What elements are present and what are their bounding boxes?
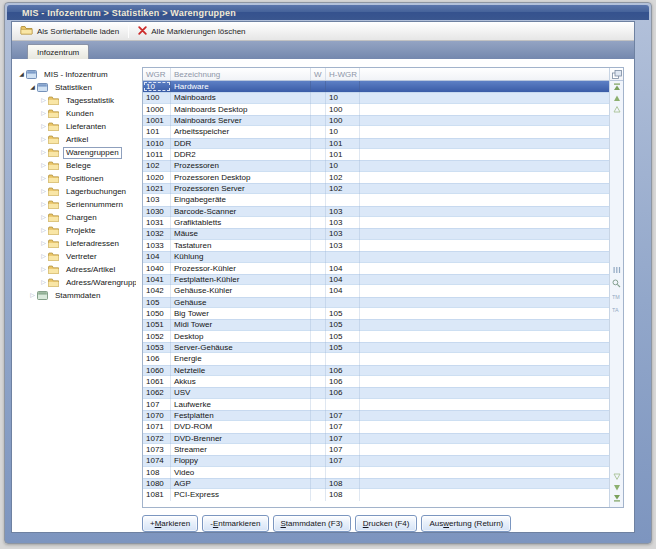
cell-w[interactable] (311, 274, 326, 285)
tree-item-tagesstatistik[interactable]: ▷Tagesstatistik (16, 94, 136, 107)
cell-hwgr[interactable]: 104 (326, 274, 360, 285)
cell-wgr[interactable]: 1070 (143, 410, 171, 421)
tree-item-label[interactable]: Positionen (63, 173, 106, 185)
table-row[interactable]: 1042Gehäuse-Kühler104 (143, 285, 609, 296)
cell-wgr[interactable]: 1030 (143, 206, 171, 217)
cell-hwgr[interactable]: 105 (326, 308, 360, 319)
scroll-down-fast-icon[interactable] (612, 483, 621, 491)
cell-hwgr[interactable]: 106 (326, 387, 360, 398)
cell-hwgr[interactable]: 102 (326, 183, 360, 194)
cell-bezeichnung[interactable]: Hardware (171, 81, 311, 92)
cell-wgr[interactable]: 1050 (143, 308, 171, 319)
cell-w[interactable] (311, 263, 326, 274)
scroll-bottom-icon[interactable] (612, 494, 621, 502)
table-row[interactable]: 104Kühlung (143, 251, 609, 262)
table-row[interactable]: 1020Prozessoren Desktop102 (143, 172, 609, 183)
tree-item-chargen[interactable]: ▷Chargen (16, 211, 136, 224)
cell-w[interactable] (311, 433, 326, 444)
cell-wgr[interactable]: 1020 (143, 172, 171, 183)
cell-w[interactable] (311, 297, 326, 308)
mark-rows-icon[interactable]: TM (612, 292, 621, 300)
cell-wgr[interactable]: 1021 (143, 183, 171, 194)
cell-bezeichnung[interactable]: Grafiktabletts (171, 217, 311, 228)
cell-hwgr[interactable]: 104 (326, 285, 360, 296)
cell-bezeichnung[interactable]: Netzteile (171, 365, 311, 376)
tree-item-adress-warengruppen[interactable]: ▷Adress/Warengruppen (16, 276, 136, 289)
table-row[interactable]: 1080AGP108 (143, 478, 609, 489)
table-row[interactable]: 1081PCI-Express108 (143, 489, 609, 500)
cell-bezeichnung[interactable]: Desktop (171, 331, 311, 342)
mark-button[interactable]: + Markieren (142, 515, 198, 532)
cell-w[interactable] (311, 410, 326, 421)
cell-hwgr[interactable]: 10 (326, 160, 360, 171)
tree-item-adress-artikel[interactable]: ▷Adress/Artikel (16, 263, 136, 276)
cell-wgr[interactable]: 103 (143, 194, 171, 205)
tree-item-label[interactable]: Belege (63, 160, 94, 172)
cell-bezeichnung[interactable]: Festplatten-Kühler (171, 274, 311, 285)
cell-bezeichnung[interactable]: Prozessoren Server (171, 183, 311, 194)
tree-item-warengruppen[interactable]: ▷Warengruppen (16, 146, 136, 159)
table-row[interactable]: 1000Mainboards Desktop100 (143, 104, 609, 115)
table-row[interactable]: 105Gehäuse (143, 297, 609, 308)
table-row[interactable]: 1021Prozessoren Server102 (143, 183, 609, 194)
cell-wgr[interactable]: 1010 (143, 138, 171, 149)
cell-bezeichnung[interactable]: Arbeitsspeicher (171, 126, 311, 137)
cell-wgr[interactable]: 1081 (143, 489, 171, 500)
cell-hwgr[interactable]: 102 (326, 172, 360, 183)
cell-hwgr[interactable]: 103 (326, 217, 360, 228)
load-sort-table-button[interactable]: Als Sortiertabelle laden (15, 23, 124, 39)
cell-bezeichnung[interactable]: Tastaturen (171, 240, 311, 251)
tree-item-statistiken[interactable]: ◢Statistiken (16, 81, 136, 94)
table-row[interactable]: 1051Midi Tower105 (143, 319, 609, 330)
tree-item-label[interactable]: Seriennummern (63, 199, 126, 211)
cell-wgr[interactable]: 100 (143, 92, 171, 103)
cell-bezeichnung[interactable]: Floppy (171, 455, 311, 466)
expand-icon[interactable]: ▷ (39, 174, 48, 183)
cell-hwgr[interactable] (326, 353, 360, 364)
cell-hwgr[interactable]: 101 (326, 149, 360, 160)
cell-bezeichnung[interactable]: Gehäuse-Kühler (171, 285, 311, 296)
cell-wgr[interactable]: 1080 (143, 478, 171, 489)
cell-w[interactable] (311, 183, 326, 194)
table-row[interactable]: 1050Big Tower105 (143, 308, 609, 319)
table-row[interactable]: 10Hardware (143, 81, 609, 92)
cell-bezeichnung[interactable]: DDR (171, 138, 311, 149)
tree-item-kunden[interactable]: ▷Kunden (16, 107, 136, 120)
scroll-up-fast-icon[interactable] (612, 94, 621, 102)
cell-hwgr[interactable] (326, 467, 360, 478)
cell-bezeichnung[interactable]: Midi Tower (171, 319, 311, 330)
cell-wgr[interactable]: 1072 (143, 433, 171, 444)
tree-item-label[interactable]: Lieferadressen (63, 238, 122, 250)
cell-hwgr[interactable]: 100 (326, 104, 360, 115)
cell-bezeichnung[interactable]: PCI-Express (171, 489, 311, 500)
cell-wgr[interactable]: 1040 (143, 263, 171, 274)
cell-wgr[interactable]: 1041 (143, 274, 171, 285)
cell-wgr[interactable]: 107 (143, 399, 171, 410)
cell-w[interactable] (311, 251, 326, 262)
cell-hwgr[interactable] (326, 251, 360, 262)
cell-bezeichnung[interactable]: Video (171, 467, 311, 478)
cell-wgr[interactable]: 1031 (143, 217, 171, 228)
table-row[interactable]: 1032Mäuse103 (143, 228, 609, 239)
cell-wgr[interactable]: 1011 (143, 149, 171, 160)
expand-icon[interactable]: ▷ (39, 239, 48, 248)
cell-hwgr[interactable]: 108 (326, 478, 360, 489)
cell-wgr[interactable]: 1000 (143, 104, 171, 115)
table-row[interactable]: 108Video (143, 467, 609, 478)
expand-icon[interactable]: ▷ (39, 109, 48, 118)
tree-item-label[interactable]: Lieferanten (63, 121, 109, 133)
cell-w[interactable] (311, 160, 326, 171)
table-row[interactable]: 103Eingabegeräte (143, 194, 609, 205)
tree-item-belege[interactable]: ▷Belege (16, 159, 136, 172)
cell-hwgr[interactable]: 107 (326, 433, 360, 444)
cell-w[interactable] (311, 399, 326, 410)
cell-w[interactable] (311, 308, 326, 319)
tree-item-label[interactable]: Adress/Warengruppen (63, 277, 136, 289)
cell-w[interactable] (311, 92, 326, 103)
cell-w[interactable] (311, 115, 326, 126)
cell-wgr[interactable]: 1032 (143, 228, 171, 239)
cell-hwgr[interactable]: 105 (326, 319, 360, 330)
cell-w[interactable] (311, 240, 326, 251)
tree-item-lieferanten[interactable]: ▷Lieferanten (16, 120, 136, 133)
expand-icon[interactable]: ▷ (39, 226, 48, 235)
